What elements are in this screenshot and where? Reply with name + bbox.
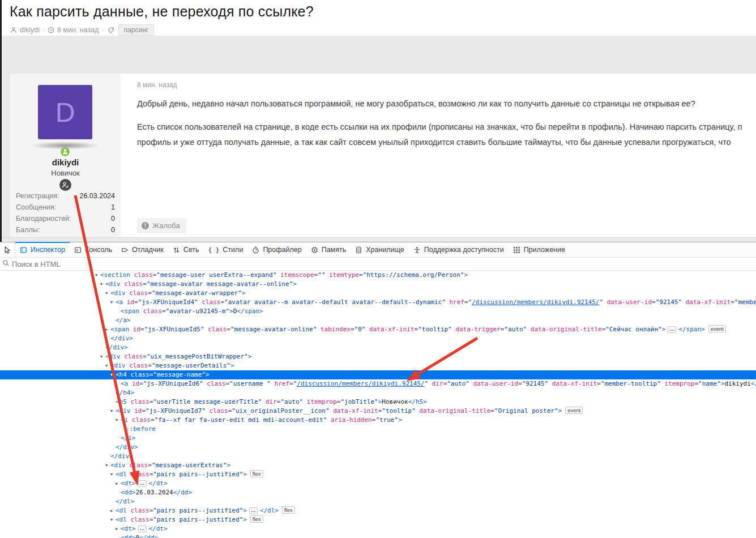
post-timestamp[interactable]: 8 мин. назад <box>137 81 177 89</box>
post-paragraph: Добрый день, недавно начал пользоваться … <box>137 96 756 112</box>
tab-storage[interactable]: Хранилище <box>351 242 409 257</box>
thread-header: Как парсить данные, не переходя по ссылк… <box>0 0 756 36</box>
tab-styles[interactable]: { } Стили <box>203 242 247 257</box>
tab-label: Память <box>322 246 347 254</box>
devtools-tabs: Инспектор Консоль Отладчик Сеть { } Стил… <box>15 242 570 257</box>
stat-value: 0 <box>111 215 115 223</box>
username[interactable]: dikiydi <box>10 157 121 167</box>
devtools-panel: Инспектор Консоль Отладчик Сеть { } Стил… <box>0 242 756 538</box>
expand-arrow-icon[interactable]: ▼ <box>110 298 116 307</box>
search-input[interactable] <box>12 260 756 268</box>
tab-accessibility[interactable]: Поддержка доступности <box>409 242 509 257</box>
markup-line[interactable]: ▼<div class="message-userDetails"> <box>0 361 756 370</box>
tab-debugger[interactable]: Отладчик <box>117 242 168 257</box>
markup-line[interactable]: </div> <box>0 452 756 461</box>
markup-line[interactable]: ▼<dl class="pairs pairs--justified">flex <box>0 470 756 479</box>
expand-arrow-icon[interactable]: ▼ <box>100 280 105 289</box>
markup-line[interactable]: <dd>0</dd> <box>0 533 756 538</box>
thread-time[interactable]: 8 мин. назад <box>57 26 99 34</box>
search-icon <box>2 259 10 269</box>
devtools-search-bar <box>0 258 756 271</box>
markup-line[interactable]: </a> <box>0 316 756 325</box>
expand-arrow-icon[interactable]: ▼ <box>105 461 110 470</box>
markup-line[interactable]: ▶<dt>…</dt> <box>0 479 756 488</box>
expand-arrow-icon[interactable]: ▼ <box>95 271 100 280</box>
expand-arrow-icon[interactable]: ▼ <box>110 470 116 479</box>
markup-line-selected[interactable]: ▼<h4 class="message-name"> <box>0 370 756 379</box>
markup-line[interactable]: </i> <box>0 434 756 443</box>
markup-line[interactable]: ▼<div class="message-avatar-wrapper"> <box>0 289 756 298</box>
stat-row: Регистрация: 26.03.2024 <box>16 190 115 202</box>
user-title: Новичок <box>10 169 121 177</box>
expand-arrow-icon[interactable]: ▼ <box>116 416 121 425</box>
expand-arrow-icon[interactable]: ▶ <box>110 506 116 515</box>
markup-line[interactable]: </div> <box>0 343 756 352</box>
post-paragraph: профиль и уже оттуда получать данные, а … <box>137 135 756 150</box>
markup-line[interactable]: ▶<span id="js-XFUniqueId5" class="messag… <box>0 325 756 334</box>
clock-icon <box>48 27 54 33</box>
stat-value: 1 <box>111 203 115 211</box>
avatar[interactable]: D <box>38 85 92 139</box>
stat-label: Баллы: <box>16 226 40 234</box>
expand-arrow-icon[interactable]: ▼ <box>105 289 110 298</box>
devtools-toolbar: Инспектор Консоль Отладчик Сеть { } Стил… <box>0 242 756 258</box>
markup-line[interactable]: </h4> <box>0 388 756 398</box>
expand-arrow-icon <box>116 488 121 497</box>
markup-line[interactable]: <a id="js-XFUniqueId6" class="username "… <box>0 379 756 388</box>
markup-line[interactable]: <span class="avatar-u92145-m">D</span> <box>0 307 756 316</box>
stat-label: Сообщения: <box>16 203 56 211</box>
expand-arrow-icon <box>116 379 121 388</box>
markup-line[interactable]: </div> <box>0 334 756 343</box>
expand-arrow-icon[interactable]: ▼ <box>100 352 105 361</box>
markup-line[interactable]: ▼<a id="js-XFUniqueId4" class="avatar av… <box>0 298 756 307</box>
expand-arrow-icon <box>105 334 110 343</box>
thread-title: Как парсить данные, не переходя по ссылк… <box>10 3 314 20</box>
avatar-letter: D <box>55 97 75 128</box>
braces-icon: { } <box>208 246 219 254</box>
expand-arrow-icon <box>116 434 121 443</box>
element-picker-button[interactable] <box>0 242 15 257</box>
markup-line[interactable]: ▶<dl class="pairs pairs--justified">…</d… <box>0 506 756 515</box>
markup-line[interactable]: </dl> <box>0 497 756 506</box>
markup-line[interactable]: ▼<div class="message-userExtras"> <box>0 461 756 470</box>
report-button[interactable]: ! Жалоба <box>137 218 186 233</box>
expand-arrow-icon <box>110 443 116 452</box>
report-label: Жалоба <box>152 221 180 230</box>
expand-arrow-icon[interactable]: ▶ <box>116 524 121 533</box>
expand-arrow-icon[interactable]: ▶ <box>105 325 110 334</box>
tab-application[interactable]: Приложение <box>509 242 570 257</box>
markup-line[interactable]: ▼<div class="message-avatar message-avat… <box>0 280 756 289</box>
expand-arrow-icon[interactable]: ▼ <box>110 407 116 416</box>
expand-arrow-icon <box>110 316 116 325</box>
tab-network[interactable]: Сеть <box>168 242 204 257</box>
tab-console[interactable]: Консоль <box>70 242 117 257</box>
markup-line[interactable]: ▼<div id="js-XFUniqueId7" class="uix_ori… <box>0 407 756 416</box>
html-markup-tree[interactable]: ▼<section class="message-user userExtra-… <box>0 271 756 538</box>
stat-value: 0 <box>111 226 115 234</box>
post-card: D dikiydi Новичок Регистрация: 26.03.202… <box>10 74 756 237</box>
markup-line[interactable]: </div> <box>0 443 756 452</box>
post-body: Добрый день, недавно начал пользоваться … <box>137 96 756 150</box>
tab-profiler[interactable]: Профайлер <box>247 242 306 257</box>
expand-arrow-icon[interactable]: ▼ <box>110 370 116 379</box>
markup-line[interactable]: ::before <box>0 425 756 434</box>
expand-arrow-icon[interactable]: ▼ <box>105 361 110 370</box>
markup-line[interactable]: ▶<dt>…</dt> <box>0 524 756 533</box>
markup-line[interactable]: ▼<section class="message-user userExtra-… <box>0 271 756 280</box>
markup-line[interactable]: <dd>26.03.2024</dd> <box>0 488 756 497</box>
tab-label: Сеть <box>183 246 199 254</box>
markup-line[interactable]: ▼<div class="uix_messagePostBitWrapper"> <box>0 352 756 361</box>
tab-memory[interactable]: Память <box>306 242 351 257</box>
thread-tag[interactable]: парсинг <box>118 24 155 36</box>
expand-arrow-icon[interactable]: ▼ <box>110 515 116 524</box>
user-stats: Регистрация: 26.03.2024 Сообщения: 1 Бла… <box>16 190 115 236</box>
report-icon: ! <box>142 222 149 229</box>
expand-arrow-icon[interactable]: ▶ <box>116 479 121 488</box>
markup-line[interactable]: ▼<i class="fa--xf far fa-user-edit mdi m… <box>0 416 756 425</box>
markup-line[interactable]: <h5 class="userTitle message-userTitle" … <box>0 398 756 407</box>
thread-author[interactable]: dikiydi <box>20 26 40 34</box>
tab-inspector[interactable]: Инспектор <box>15 242 70 257</box>
expand-arrow-icon <box>121 425 126 434</box>
tab-label: Инспектор <box>31 246 65 254</box>
markup-line[interactable]: ▼<dl class="pairs pairs--justified">flex <box>0 515 756 524</box>
